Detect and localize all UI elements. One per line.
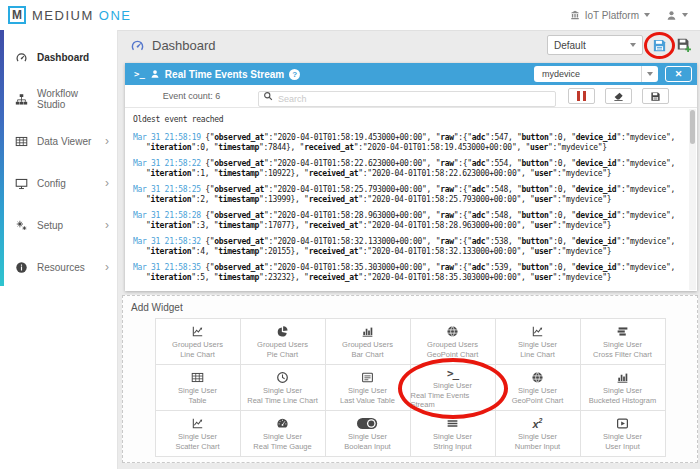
widget-tile-single-user-geopoint-chart[interactable]: Single User GeoPoint Chart	[496, 365, 581, 411]
search-input[interactable]	[258, 91, 556, 107]
widget-header: >_ Real Time Events Stream ? mydevice ✕	[125, 63, 697, 85]
chevron-right-icon	[105, 260, 109, 274]
dashboard-select-value: Default	[554, 40, 586, 51]
chevron-right-icon	[105, 218, 109, 232]
event-row: Mar 31 21:58:28 {"observed_at":"2020-04-…	[133, 211, 681, 232]
widget-tile-grouped-users-line-chart[interactable]: Grouped Users Line Chart	[156, 319, 241, 365]
medium-one-logo[interactable]: M MEDIUM ONE	[8, 6, 132, 24]
widget-tile-grouped-users-pie-chart[interactable]: Grouped Users Pie Chart	[241, 319, 326, 365]
tile-line1: Single User	[348, 432, 387, 441]
toggle-icon	[357, 417, 377, 431]
tile-line1: Single User	[603, 432, 642, 441]
event-row: Mar 31 21:58:32 {"observed_at":"2020-04-…	[133, 237, 681, 258]
widget-tile-grouped-users-geopoint-chart[interactable]: Grouped Users GeoPoint Chart	[411, 319, 496, 365]
user-menu[interactable]	[666, 10, 688, 21]
table-icon	[191, 371, 204, 385]
export-button[interactable]	[642, 88, 669, 104]
gears-icon	[15, 219, 28, 232]
scrollbar[interactable]	[689, 109, 696, 290]
bar-chart-icon	[361, 325, 374, 339]
tile-line1: Grouped Users	[172, 340, 223, 349]
sidebar-item-resources[interactable]: Resources	[0, 246, 117, 288]
tile-line2: Line Chart	[180, 350, 215, 359]
widget-tile-single-user-cross-filter-chart[interactable]: Single User Cross Filter Chart	[581, 319, 666, 365]
tile-line2: Boolean Input	[344, 442, 390, 451]
device-select[interactable]: mydevice	[534, 66, 658, 82]
scrollbar-thumb[interactable]	[690, 110, 695, 144]
widget-tile-grouped-users-bar-chart[interactable]: Grouped Users Bar Chart	[326, 319, 411, 365]
tile-line2: Scatter Chart	[175, 442, 219, 451]
save-dashboard-icon[interactable]	[652, 38, 667, 53]
event-json: {"observed_at":"2020-04-01T01:58:25.7930…	[146, 185, 675, 205]
sidebar-item-data-viewer[interactable]: Data Viewer	[0, 120, 117, 162]
event-log[interactable]: Oldest event reached Mar 31 21:58:19 {"o…	[125, 108, 697, 291]
event-json: {"observed_at":"2020-04-01T01:58:32.1330…	[146, 237, 675, 257]
event-log-list: Mar 31 21:58:19 {"observed_at":"2020-04-…	[133, 133, 681, 284]
widget-tile-single-user-real-time-line-chart[interactable]: Single User Real Time Line Chart	[241, 365, 326, 411]
sidebar-item-label: Dashboard	[37, 52, 96, 63]
list-table-icon	[361, 371, 374, 385]
number-icon: x2	[532, 417, 542, 431]
tile-line1: Grouped Users	[342, 340, 393, 349]
tile-line1: Single User	[433, 432, 472, 441]
widget-grid: Grouped Users Line Chart Grouped Users P…	[155, 318, 666, 457]
annotation-circle-save	[652, 38, 667, 53]
widget-tile-single-user-real-time-gauge[interactable]: Single User Real Time Gauge	[241, 411, 326, 457]
event-json: {"observed_at":"2020-04-01T01:58:35.3030…	[146, 263, 675, 283]
globe-icon	[446, 325, 459, 339]
user-icon	[666, 10, 677, 21]
add-dashboard-icon[interactable]	[676, 37, 692, 53]
widget-tile-single-user-line-chart[interactable]: Single User Line Chart	[496, 319, 581, 365]
sidebar-item-workflow-studio[interactable]: Workflow Studio	[0, 78, 117, 120]
widget-tile-single-user-table[interactable]: Single User Table	[156, 365, 241, 411]
sidebar-item-config[interactable]: Config	[0, 162, 117, 204]
close-widget-button[interactable]: ✕	[665, 66, 692, 82]
widget-tile-single-user-string-input[interactable]: Single User String Input	[411, 411, 496, 457]
platform-menu[interactable]: IoT Platform	[570, 10, 650, 21]
event-row: Mar 31 21:58:25 {"observed_at":"2020-04-…	[133, 185, 681, 206]
widget-title: Real Time Events Stream	[165, 69, 284, 80]
main-content: Dashboard Default >_ Real	[118, 30, 700, 469]
play-square-icon	[616, 417, 629, 431]
widget-tile-single-user-user-input[interactable]: Single User User Input	[581, 411, 666, 457]
device-select-value: mydevice	[542, 69, 580, 79]
event-timestamp: Mar 31 21:58:25	[133, 185, 201, 194]
widget-tile-single-user-number-input[interactable]: x2 Single User Number Input	[496, 411, 581, 457]
tile-line2: Last Value Table	[340, 396, 395, 405]
terminal-icon: >_	[447, 366, 458, 380]
building-icon	[570, 10, 580, 20]
clear-button[interactable]	[605, 88, 632, 104]
pie-chart-icon	[276, 325, 289, 339]
tile-line1: Single User	[178, 386, 217, 395]
pause-button[interactable]	[568, 88, 595, 104]
widget-tile-single-user-real-time-events-stream-highlighted[interactable]: >_ Single User Real Time Events Stream	[411, 365, 496, 411]
sidebar-item-dashboard[interactable]: Dashboard	[0, 36, 117, 78]
tile-line2: User Input	[605, 442, 640, 451]
help-icon[interactable]: ?	[289, 69, 300, 80]
table-icon	[15, 135, 28, 148]
oldest-event-label: Oldest event reached	[133, 115, 681, 126]
sidebar: Dashboard Workflow Studio Data Viewer Co…	[0, 30, 118, 469]
sidebar-item-label: Workflow Studio	[37, 88, 96, 110]
event-timestamp: Mar 31 21:58:35	[133, 263, 201, 272]
sidebar-item-setup[interactable]: Setup	[0, 204, 117, 246]
event-row: Mar 31 21:58:19 {"observed_at":"2020-04-…	[133, 133, 681, 154]
search-box	[258, 88, 556, 104]
widget-tile-single-user-scatter-chart[interactable]: Single User Scatter Chart	[156, 411, 241, 457]
tile-line1: Single User	[518, 432, 557, 441]
widget-tile-single-user-bucketed-histogram[interactable]: Single User Bucketed Histogram	[581, 365, 666, 411]
widget-tile-single-user-boolean-input[interactable]: Single User Boolean Input	[326, 411, 411, 457]
tile-line2: GeoPoint Chart	[512, 396, 564, 405]
pause-icon	[577, 91, 586, 101]
tile-line1: Single User	[263, 386, 302, 395]
single-user-icon	[150, 69, 160, 79]
events-stream-widget: >_ Real Time Events Stream ? mydevice ✕ …	[125, 63, 697, 291]
dashboard-select[interactable]: Default	[547, 35, 643, 55]
sidebar-item-label: Config	[37, 178, 96, 189]
widget-tile-single-user-last-value-table[interactable]: Single User Last Value Table	[326, 365, 411, 411]
tile-line1: Single User	[433, 381, 472, 390]
tile-line2: GeoPoint Chart	[427, 350, 479, 359]
chevron-down-icon	[647, 72, 653, 76]
logo-wordmark: MEDIUM ONE	[32, 8, 132, 23]
tile-line2: Cross Filter Chart	[593, 350, 652, 359]
